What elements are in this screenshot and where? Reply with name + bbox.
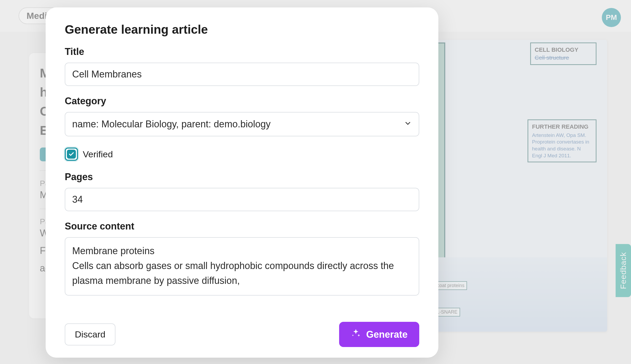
source-content-label: Source content: [65, 221, 419, 232]
discard-button[interactable]: Discard: [65, 323, 115, 345]
generate-button-label: Generate: [366, 329, 408, 340]
category-select[interactable]: name: Molecular Biology, parent: demo.bi…: [65, 112, 419, 136]
title-label: Title: [65, 46, 419, 57]
modal-heading: Generate learning article: [65, 22, 419, 37]
generate-article-modal: Generate learning article Title Category…: [46, 7, 438, 358]
category-field: Category name: Molecular Biology, parent…: [65, 96, 419, 136]
pages-label: Pages: [65, 171, 419, 183]
title-field: Title: [65, 46, 419, 86]
check-icon: [67, 150, 76, 159]
category-label: Category: [65, 96, 419, 107]
verified-label: Verified: [83, 149, 113, 159]
pages-input[interactable]: [65, 188, 419, 211]
category-selected-value: name: Molecular Biology, parent: demo.bi…: [72, 119, 271, 130]
title-input[interactable]: [65, 63, 419, 86]
verified-field: Verified: [65, 148, 419, 161]
chevron-down-icon: [404, 119, 412, 130]
source-content-field: Source content: [65, 221, 419, 297]
generate-button[interactable]: Generate: [339, 322, 419, 347]
source-content-textarea[interactable]: [65, 237, 419, 296]
verified-checkbox[interactable]: [65, 148, 78, 161]
modal-footer: Discard Generate: [65, 314, 419, 347]
sparkle-icon: [351, 328, 361, 341]
pages-field: Pages: [65, 171, 419, 211]
